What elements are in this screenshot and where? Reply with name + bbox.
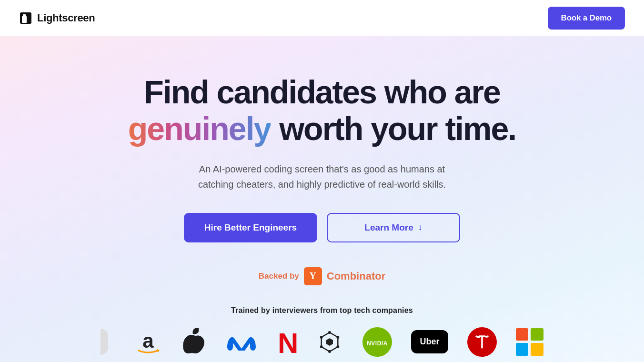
svg-rect-2 <box>23 14 26 18</box>
logo-text: Lightscreen <box>37 12 95 24</box>
lightscreen-logo-icon <box>19 11 32 25</box>
learn-more-label: Learn More <box>364 222 413 233</box>
svg-point-11 <box>320 336 323 339</box>
svg-point-6 <box>328 331 331 334</box>
hire-engineers-button[interactable]: Hire Better Engineers <box>184 213 317 242</box>
tesla-logo <box>467 327 497 357</box>
book-demo-button[interactable]: Book a Demo <box>548 7 625 30</box>
company-logos-row: a N <box>101 326 543 358</box>
learn-more-button[interactable]: Learn More ↓ <box>327 213 460 242</box>
svg-point-9 <box>328 350 331 353</box>
logo-link[interactable]: Lightscreen <box>19 11 95 25</box>
svg-text:a: a <box>143 330 154 352</box>
openai-logo <box>316 328 343 356</box>
backed-by-section: Backed by Y Combinator <box>259 267 386 285</box>
nvidia-logo: NVIDIA <box>362 327 392 357</box>
backed-label: Backed by <box>259 272 299 281</box>
header: Lightscreen Book a Demo <box>0 0 644 36</box>
trained-label: Trained by interviewers from top tech co… <box>231 306 413 315</box>
svg-point-10 <box>320 345 323 348</box>
uber-logo: Uber <box>411 330 448 353</box>
yc-badge: Y <box>304 267 322 285</box>
svg-text:NVIDIA: NVIDIA <box>367 340 388 347</box>
trained-section: Trained by interviewers from top tech co… <box>101 306 543 358</box>
meta-logo <box>225 332 258 352</box>
arrow-down-icon: ↓ <box>418 222 423 232</box>
netflix-logo: N <box>277 327 297 357</box>
cta-buttons: Hire Better Engineers Learn More ↓ <box>184 213 460 242</box>
amazon-logo: a <box>134 328 162 356</box>
windows-logo <box>516 328 543 356</box>
uber-label: Uber <box>420 337 439 346</box>
hero-section: Find candidates who are genuinely worth … <box>0 36 644 362</box>
headline-line2: genuinely worth your time. <box>128 110 516 147</box>
headline-genuinely: genuinely <box>128 110 271 147</box>
combinator-label: Combinator <box>327 270 385 282</box>
svg-point-8 <box>337 345 340 348</box>
partial-logo <box>101 328 115 356</box>
apple-logo <box>181 326 206 358</box>
headline-line1: Find candidates who are <box>144 74 500 110</box>
hero-subtitle: An AI-powered coding screen that's as go… <box>184 161 460 192</box>
headline-worth: worth your time. <box>279 110 516 147</box>
svg-text:N: N <box>278 327 297 355</box>
svg-point-7 <box>337 336 340 339</box>
